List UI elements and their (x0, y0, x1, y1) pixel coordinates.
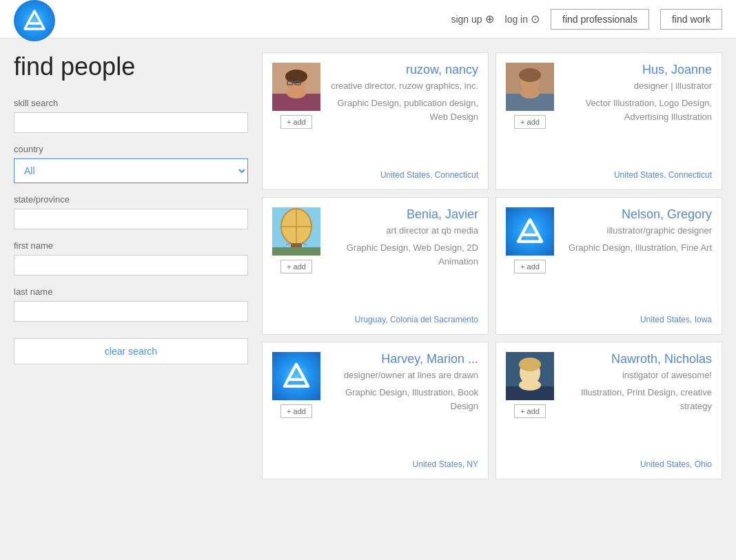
avatar-area-gregory: + add (506, 207, 554, 273)
svg-rect-23 (272, 247, 320, 256)
state-group: state/province (14, 194, 248, 229)
person-title-javier: art director at qb media (327, 225, 478, 237)
avatar-nicholas (506, 352, 554, 400)
person-location-gregory: United States, Iowa (506, 309, 712, 324)
svg-marker-24 (518, 220, 542, 242)
add-nicholas-button[interactable]: + add (514, 404, 546, 418)
card-info-joanne: Hus, Joanne designer | illustrator Vecto… (561, 63, 712, 123)
country-label: country (14, 144, 248, 154)
person-card-nicholas: + add Nawroth, Nicholas instigator of aw… (495, 342, 722, 479)
person-title-nicholas: instigator of awesome! (561, 369, 712, 382)
country-group: country All (14, 144, 248, 183)
firstname-group: first name (14, 240, 248, 276)
lastname-group: last name (14, 287, 248, 322)
person-title-gregory: illustrator/graphic designer (561, 225, 712, 237)
card-top-marion: + add Harvey, Marion ... designer/owner … (272, 352, 478, 418)
add-nancy-button[interactable]: + add (280, 115, 312, 129)
person-skills-joanne: Vector Illustration, Logo Design, Advert… (561, 96, 712, 123)
avatar-area-marion: + add (272, 352, 320, 418)
svg-point-6 (287, 87, 306, 98)
firstname-input[interactable] (14, 255, 248, 276)
svg-point-32 (519, 380, 541, 391)
person-skills-nicholas: Illustration, Print Design, creative str… (561, 386, 712, 413)
svg-point-14 (520, 87, 540, 98)
card-info-nicholas: Nawroth, Nicholas instigator of awesome!… (561, 352, 712, 413)
app-logo[interactable] (14, 0, 55, 41)
person-name-nicholas[interactable]: Nawroth, Nicholas (561, 352, 712, 366)
card-top-nicholas: + add Nawroth, Nicholas instigator of aw… (506, 352, 712, 418)
avatar-logo-gregory (506, 207, 554, 256)
find-work-button[interactable]: find work (660, 9, 722, 30)
person-card-marion: + add Harvey, Marion ... designer/owner … (262, 342, 489, 479)
person-skills-marion: Graphic Design, Illustration, Book Desig… (327, 386, 478, 413)
person-skills-javier: Graphic Design, Web Design, 2D Animation (327, 241, 478, 268)
svg-point-12 (519, 68, 541, 82)
logo-icon (22, 8, 47, 33)
firstname-label: first name (14, 240, 248, 251)
avatar-area-nicholas: + add (506, 352, 554, 418)
avatar-gregory (506, 207, 554, 256)
main-content: find people skill search country All sta… (0, 39, 736, 493)
header: sign up ⊕ log in ⊙ find professionals fi… (0, 0, 736, 39)
add-joanne-button[interactable]: + add (514, 115, 546, 129)
person-card-joanne: + add Hus, Joanne designer | illustrator… (495, 52, 722, 190)
find-professionals-button[interactable]: find professionals (551, 9, 649, 30)
person-card-gregory: + add Nelson, Gregory illustrator/graphi… (495, 197, 722, 335)
person-skills-nancy: Graphic Design, publication design, Web … (327, 96, 478, 123)
avatar-area-joanne: + add (506, 63, 554, 129)
signup-icon: ⊕ (485, 12, 494, 25)
person-card-javier: + add Benia, Javier art director at qb m… (262, 197, 489, 335)
add-marion-button[interactable]: + add (280, 404, 312, 418)
skill-search-input[interactable] (14, 112, 248, 133)
lastname-label: last name (14, 287, 248, 297)
person-title-marion: designer/owner at lines are drawn (327, 369, 478, 382)
avatar-marion (272, 352, 320, 400)
clear-search-button[interactable]: clear search (14, 338, 248, 364)
person-location-nancy: United States, Connecticut (272, 165, 478, 180)
person-name-marion[interactable]: Harvey, Marion ... (327, 352, 478, 366)
person-location-nicholas: United States, Ohio (506, 454, 712, 469)
svg-marker-0 (25, 11, 44, 29)
results-grid: + add ruzow, nancy creative director, ru… (262, 52, 722, 479)
header-nav: sign up ⊕ log in ⊙ find professionals fi… (451, 9, 722, 30)
avatar-nancy (272, 63, 320, 111)
lastname-input[interactable] (14, 301, 248, 322)
person-name-nancy[interactable]: ruzow, nancy (327, 63, 478, 77)
skill-search-group: skill search (14, 98, 248, 133)
login-icon: ⊙ (531, 12, 540, 25)
login-label: log in (505, 14, 528, 25)
skill-search-label: skill search (14, 98, 248, 108)
card-top-gregory: + add Nelson, Gregory illustrator/graphi… (506, 207, 712, 273)
avatar-area-javier: + add (272, 207, 320, 273)
card-info-javier: Benia, Javier art director at qb media G… (327, 207, 478, 268)
card-info-marion: Harvey, Marion ... designer/owner at lin… (327, 352, 478, 413)
add-javier-button[interactable]: + add (280, 260, 312, 273)
person-skills-gregory: Graphic Design, Illustration, Fine Art (561, 241, 712, 255)
avatar-joanne (506, 63, 554, 111)
card-top-javier: + add Benia, Javier art director at qb m… (272, 207, 478, 273)
avatar-area-nancy: + add (272, 63, 320, 129)
signup-link[interactable]: sign up ⊕ (451, 12, 493, 25)
person-name-joanne[interactable]: Hus, Joanne (561, 63, 712, 77)
state-label: state/province (14, 194, 248, 205)
person-card-nancy: + add ruzow, nancy creative director, ru… (262, 52, 489, 190)
person-title-joanne: designer | illustrator (561, 80, 712, 92)
card-info-nancy: ruzow, nancy creative director, ruzow gr… (327, 63, 478, 123)
person-location-marion: United States, NY (272, 454, 478, 469)
card-top-joanne: + add Hus, Joanne designer | illustrator… (506, 63, 712, 129)
svg-point-30 (519, 357, 541, 371)
person-title-nancy: creative director, ruzow graphics, inc. (327, 80, 478, 92)
person-name-gregory[interactable]: Nelson, Gregory (561, 207, 712, 222)
avatar-logo-marion (272, 352, 320, 400)
card-info-gregory: Nelson, Gregory illustrator/graphic desi… (561, 207, 712, 255)
signup-label: sign up (451, 14, 482, 25)
person-location-joanne: United States, Connecticut (506, 165, 712, 180)
state-input[interactable] (14, 209, 248, 229)
login-link[interactable]: log in ⊙ (505, 12, 540, 25)
logo-area (14, 0, 55, 41)
avatar-javier (272, 207, 320, 256)
add-gregory-button[interactable]: + add (514, 260, 546, 273)
person-name-javier[interactable]: Benia, Javier (327, 207, 478, 222)
page-title: find people (14, 52, 248, 81)
country-select[interactable]: All (14, 158, 248, 183)
